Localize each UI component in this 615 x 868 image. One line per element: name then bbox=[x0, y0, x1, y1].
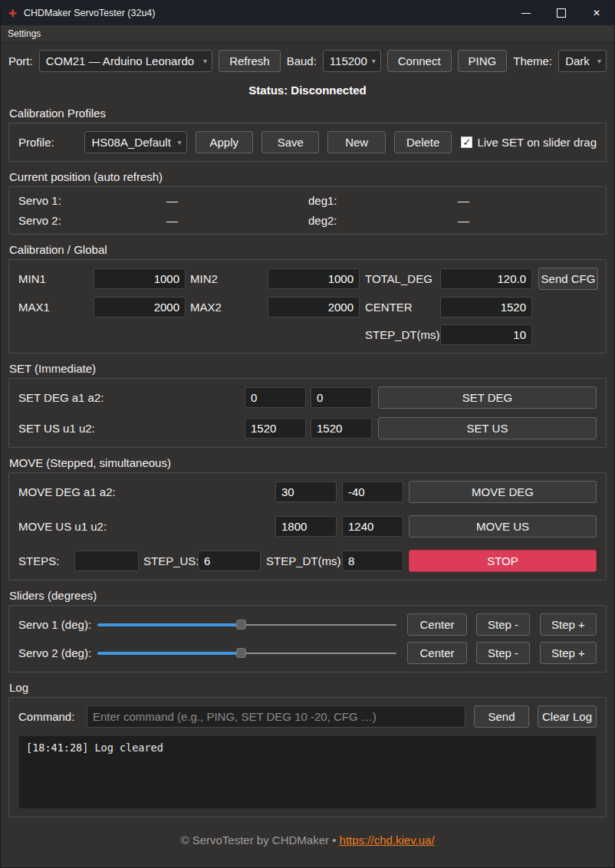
move-deg-label: MOVE DEG a1 a2: bbox=[18, 485, 275, 498]
move-title: MOVE (Stepped, simultaneous) bbox=[9, 456, 607, 469]
baud-value: 115200 bbox=[330, 54, 368, 67]
window-title: CHDMaker ServoTester (32u4) bbox=[24, 8, 156, 18]
servo2-slider-row: Servo 2 (deg): Center Step - Step + bbox=[18, 642, 597, 664]
move-us-label: MOVE US u1 u2: bbox=[18, 520, 275, 533]
theme-select[interactable]: Dark ▾ bbox=[558, 50, 607, 72]
send-button[interactable]: Send bbox=[474, 705, 529, 728]
log-title: Log bbox=[9, 681, 607, 694]
refresh-button[interactable]: Refresh bbox=[219, 50, 281, 72]
move-deg-row: MOVE DEG a1 a2: MOVE DEG bbox=[18, 481, 597, 503]
max2-label: MAX2 bbox=[190, 301, 268, 314]
ping-button[interactable]: PING bbox=[458, 50, 508, 72]
sliders-box: Servo 1 (deg): Center Step - Step + Serv… bbox=[8, 605, 607, 672]
live-set-checkbox[interactable]: Live SET on slider drag bbox=[461, 136, 597, 149]
connection-toolbar: Port: COM21 — Arduino Leonardo ▾ Refresh… bbox=[8, 50, 607, 72]
command-input[interactable] bbox=[87, 705, 465, 728]
slider-fill bbox=[97, 623, 242, 626]
profile-select[interactable]: HS08A_Default ▾ bbox=[84, 131, 186, 153]
section-profiles: Calibration Profiles Profile: HS08A_Defa… bbox=[8, 98, 607, 162]
set-deg-a2-input[interactable] bbox=[311, 387, 372, 408]
section-log: Log Command: Send Clear Log [18:41:28] L… bbox=[8, 672, 607, 817]
apply-button[interactable]: Apply bbox=[196, 131, 253, 153]
command-row: Command: Send Clear Log bbox=[18, 705, 597, 728]
servo2-step-plus-button[interactable]: Step + bbox=[540, 642, 597, 664]
servo2-center-button[interactable]: Center bbox=[407, 642, 467, 664]
min2-label: MIN2 bbox=[190, 272, 268, 285]
set-us-row: SET US u1 u2: SET US bbox=[18, 417, 597, 439]
move-us-u2-input[interactable] bbox=[342, 516, 403, 537]
profiles-box: Profile: HS08A_Default ▾ Apply Save New … bbox=[8, 123, 607, 162]
clear-log-button[interactable]: Clear Log bbox=[538, 705, 597, 728]
calibration-title: Calibration / Global bbox=[9, 243, 607, 256]
move-us-button[interactable]: MOVE US bbox=[409, 515, 597, 538]
min2-input[interactable] bbox=[268, 268, 360, 289]
port-select[interactable]: COM21 — Arduino Leonardo ▾ bbox=[39, 50, 212, 72]
move-step-dt-input[interactable] bbox=[342, 551, 403, 571]
servo1-slider-row: Servo 1 (deg): Center Step - Step + bbox=[18, 613, 597, 636]
slider-thumb[interactable] bbox=[236, 620, 246, 630]
calibration-box: MIN1 MIN2 TOTAL_DEG Send CFG MAX1 MAX2 C… bbox=[8, 259, 607, 353]
set-box: SET DEG a1 a2: SET DEG SET US u1 u2: SET… bbox=[8, 378, 607, 448]
step-us-input[interactable] bbox=[198, 551, 261, 571]
step-dt-label: STEP_DT(ms) bbox=[365, 328, 440, 341]
maximize-button[interactable] bbox=[544, 1, 579, 25]
section-calibration: Calibration / Global MIN1 MIN2 TOTAL_DEG… bbox=[8, 235, 607, 353]
center-input[interactable] bbox=[440, 297, 532, 317]
center-label: CENTER bbox=[365, 301, 440, 314]
calibration-row: MAX1 MAX2 CENTER bbox=[18, 297, 597, 317]
close-button[interactable]: ✕ bbox=[579, 1, 614, 25]
checkbox-icon bbox=[461, 136, 472, 148]
steps-input[interactable] bbox=[74, 551, 139, 571]
log-output[interactable]: [18:41:28] Log cleared bbox=[18, 735, 597, 809]
deg1-value: — bbox=[458, 194, 597, 207]
set-us-u2-input[interactable] bbox=[311, 418, 372, 439]
servo1-center-button[interactable]: Center bbox=[407, 613, 467, 636]
theme-label: Theme: bbox=[513, 54, 552, 67]
set-us-u1-input[interactable] bbox=[245, 418, 306, 439]
slider-thumb[interactable] bbox=[236, 648, 246, 658]
min1-input[interactable] bbox=[94, 268, 186, 289]
sliders-title: Sliders (degrees) bbox=[9, 589, 607, 602]
log-box: Command: Send Clear Log [18:41:28] Log c… bbox=[8, 697, 607, 817]
move-deg-a1-input[interactable] bbox=[275, 482, 337, 502]
log-line: [18:41:28] Log cleared bbox=[26, 741, 589, 754]
footer-link[interactable]: https://chd.kiev.ua/ bbox=[340, 833, 435, 847]
connect-button[interactable]: Connect bbox=[387, 50, 452, 72]
chevron-down-icon: ▾ bbox=[178, 138, 182, 146]
total-deg-label: TOTAL_DEG bbox=[365, 272, 440, 285]
delete-button[interactable]: Delete bbox=[394, 131, 452, 153]
move-deg-a2-input[interactable] bbox=[342, 482, 403, 502]
baud-select[interactable]: 115200 ▾ bbox=[323, 50, 381, 72]
move-us-u1-input[interactable] bbox=[275, 516, 337, 537]
set-deg-button[interactable]: SET DEG bbox=[378, 386, 597, 409]
set-us-button[interactable]: SET US bbox=[378, 417, 597, 439]
minimize-button[interactable]: — bbox=[508, 1, 544, 25]
move-box: MOVE DEG a1 a2: MOVE DEG MOVE US u1 u2: … bbox=[8, 472, 607, 580]
calibration-row: MIN1 MIN2 TOTAL_DEG Send CFG bbox=[18, 268, 597, 290]
max2-input[interactable] bbox=[268, 297, 360, 317]
step-dt-input[interactable] bbox=[440, 324, 532, 345]
stop-button[interactable]: STOP bbox=[409, 550, 597, 572]
set-title: SET (Immediate) bbox=[9, 362, 607, 375]
move-us-row: MOVE US u1 u2: MOVE US bbox=[18, 515, 597, 538]
set-deg-a1-input[interactable] bbox=[245, 387, 306, 408]
move-step-dt-label: STEP_DT(ms): bbox=[266, 554, 340, 567]
save-button[interactable]: Save bbox=[261, 131, 319, 153]
menu-settings[interactable]: Settings bbox=[1, 28, 48, 39]
move-deg-button[interactable]: MOVE DEG bbox=[409, 481, 597, 503]
port-value: COM21 — Arduino Leonardo bbox=[46, 54, 199, 67]
servo2-slider[interactable] bbox=[97, 647, 398, 659]
slider-fill bbox=[97, 652, 242, 655]
max1-input[interactable] bbox=[94, 297, 186, 317]
send-cfg-button[interactable]: Send CFG bbox=[538, 268, 598, 290]
servo1-step-plus-button[interactable]: Step + bbox=[540, 613, 597, 636]
servo2-value: — bbox=[166, 214, 308, 227]
total-deg-input[interactable] bbox=[440, 268, 532, 289]
servo2-step-minus-button[interactable]: Step - bbox=[476, 642, 530, 664]
chevron-down-icon: ▾ bbox=[203, 57, 207, 65]
baud-label: Baud: bbox=[287, 54, 317, 67]
servo1-step-minus-button[interactable]: Step - bbox=[476, 613, 530, 636]
new-button[interactable]: New bbox=[327, 131, 385, 153]
titlebar: ✚ CHDMaker ServoTester (32u4) — ✕ bbox=[1, 1, 614, 25]
servo1-slider[interactable] bbox=[97, 619, 398, 631]
